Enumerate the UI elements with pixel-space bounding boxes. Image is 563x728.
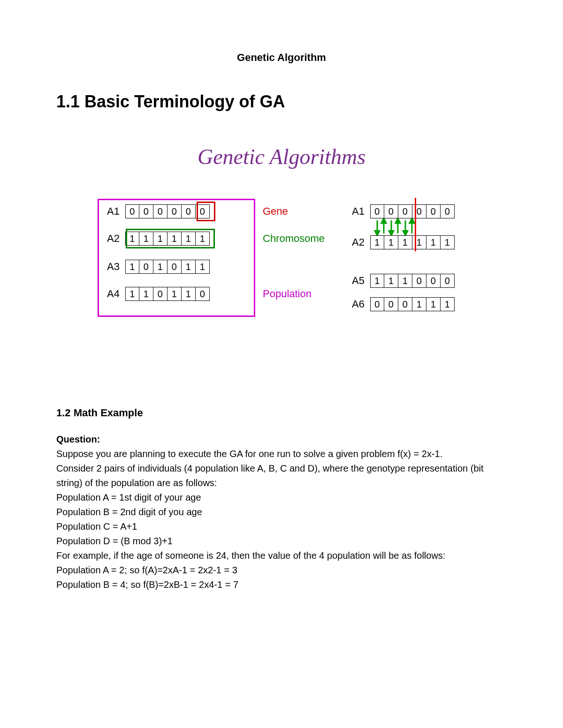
row-label: A3 <box>107 261 120 273</box>
row-label: A1 <box>352 205 365 218</box>
gene-cell: 1 <box>182 260 196 274</box>
gene-cell: 0 <box>398 297 412 311</box>
gene-cell: 1 <box>441 235 455 249</box>
gene-cell: 0 <box>398 204 412 218</box>
section-heading-1-2: 1.2 Math Example <box>56 407 507 419</box>
row-label: A4 <box>107 288 120 300</box>
gene-cells: 0 0 0 0 0 0 <box>370 204 455 218</box>
crossover-row-a1: A1 0 0 0 0 0 0 <box>352 204 455 218</box>
chromosome-row-a1: A1 0 0 0 0 0 0 <box>107 204 210 218</box>
gene-cell: 0 <box>441 274 455 288</box>
gene-cells: 1 1 1 1 1 1 <box>370 235 455 249</box>
gene-highlight-box <box>197 202 215 221</box>
crossover-arrows-icon <box>373 218 416 235</box>
body-line: For example, if the age of someone is 24… <box>56 548 507 563</box>
document-title: Genetic Algorithm <box>56 52 507 64</box>
body-line: Suppose you are planning to execute the … <box>56 447 507 461</box>
chromosome-highlight-box <box>126 229 215 248</box>
crossover-row-a5: A5 1 1 1 0 0 0 <box>352 274 455 288</box>
gene-cell: 1 <box>370 274 384 288</box>
gene-cells: 0 0 0 1 1 1 <box>370 297 455 311</box>
gene-cells: 1 1 1 0 0 0 <box>370 274 455 288</box>
gene-cell: 0 <box>125 204 139 218</box>
gene-cell: 0 <box>139 260 153 274</box>
gene-cell: 1 <box>125 287 139 301</box>
gene-cell: 0 <box>441 204 455 218</box>
body-line: Population A = 1st digit of your age <box>56 490 507 505</box>
gene-cell: 1 <box>426 297 441 311</box>
body-line: Population C = A+1 <box>56 519 507 534</box>
gene-cell: 0 <box>370 204 384 218</box>
gene-cell: 1 <box>196 260 210 274</box>
gene-cell: 1 <box>441 297 455 311</box>
gene-cell: 0 <box>196 287 210 301</box>
gene-cell: 0 <box>370 297 384 311</box>
gene-cell: 0 <box>384 297 398 311</box>
row-label: A5 <box>352 275 365 287</box>
row-label: A2 <box>352 236 365 248</box>
row-label: A2 <box>107 233 120 245</box>
body-line: Population D = (B mod 3)+1 <box>56 534 507 548</box>
question-label: Question: <box>56 434 100 444</box>
figure-title: Genetic Algorithms <box>80 144 483 169</box>
gene-cell: 1 <box>384 235 398 249</box>
gene-cells: 1 1 0 1 1 0 <box>125 287 210 301</box>
gene-cell: 0 <box>153 204 167 218</box>
gene-cell: 0 <box>139 204 153 218</box>
section-heading-1-1: 1.1 Basic Terminology of GA <box>56 92 507 112</box>
chromosome-row-a4: A4 1 1 0 1 1 0 <box>107 287 210 301</box>
body-line: Population B = 4; so f(B)=2xB-1 = 2x4-1 … <box>56 578 507 592</box>
gene-cell: 1 <box>426 235 441 249</box>
question-block: Question: Suppose you are planning to ex… <box>56 432 507 592</box>
label-population: Population <box>263 288 312 300</box>
gene-cell: 0 <box>412 274 426 288</box>
gene-cell: 1 <box>182 287 196 301</box>
body-line: Consider 2 pairs of individuals (4 popul… <box>56 461 507 490</box>
gene-cells: 1 0 1 0 1 1 <box>125 260 210 274</box>
gene-cell: 0 <box>426 204 441 218</box>
gene-cell: 1 <box>398 274 412 288</box>
gene-cell: 1 <box>370 235 384 249</box>
document-page: Genetic Algorithm 1.1 Basic Terminology … <box>0 0 563 728</box>
gene-cell: 1 <box>167 287 182 301</box>
gene-cell: 0 <box>426 274 441 288</box>
gene-cell: 1 <box>153 260 167 274</box>
gene-cell: 1 <box>398 235 412 249</box>
gene-cell: 1 <box>412 297 426 311</box>
gene-cell: 0 <box>167 260 182 274</box>
gene-cell: 0 <box>153 287 167 301</box>
gene-cell: 0 <box>384 204 398 218</box>
body-line: Population B = 2nd digit of you age <box>56 505 507 519</box>
body-line: Population A = 2; so f(A)=2xA-1 = 2x2-1 … <box>56 563 507 578</box>
row-label: A6 <box>352 298 365 310</box>
crossover-row-a2: A2 1 1 1 1 1 1 <box>352 235 455 249</box>
gene-cell: 1 <box>384 274 398 288</box>
ga-terminology-figure: Genetic Algorithms A1 0 0 0 0 0 0 A2 1 1… <box>80 144 483 369</box>
chromosome-row-a3: A3 1 0 1 0 1 1 <box>107 260 210 274</box>
label-chromosome: Chromosome <box>263 233 325 245</box>
row-label: A1 <box>107 205 120 218</box>
gene-cell: 0 <box>167 204 182 218</box>
label-gene: Gene <box>263 205 288 218</box>
gene-cell: 1 <box>125 260 139 274</box>
gene-cell: 1 <box>139 287 153 301</box>
gene-cell: 0 <box>182 204 196 218</box>
crossover-row-a6: A6 0 0 0 1 1 1 <box>352 297 455 311</box>
